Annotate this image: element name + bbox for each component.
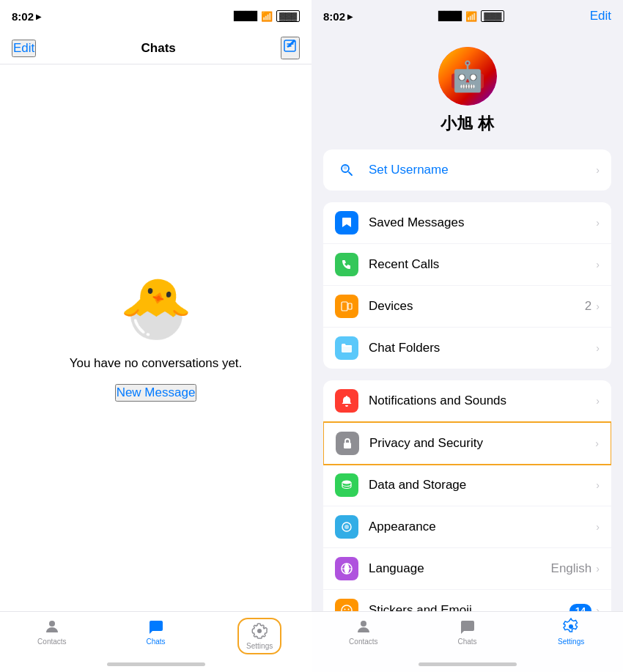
right-contacts-label: Contacts [349, 638, 377, 646]
right-chats-label: Chats [457, 638, 476, 646]
left-chats-label: Chats [146, 638, 165, 646]
data-storage-icon [335, 473, 358, 497]
chat-folders-label: Chat Folders [369, 341, 596, 355]
right-settings-label: Settings [558, 638, 584, 646]
set-username-row[interactable]: Set Username › [323, 149, 611, 191]
data-storage-chevron: › [596, 479, 600, 491]
profile-name: 小旭 林 [440, 113, 493, 135]
compose-icon [282, 38, 298, 54]
appearance-row[interactable]: Appearance › [323, 506, 611, 548]
recent-calls-chevron: › [596, 259, 600, 270]
saved-messages-chevron: › [596, 217, 600, 229]
left-tab-contacts[interactable]: Contacts [30, 618, 74, 646]
left-signal-icon: ▉▉▉▉ [234, 11, 257, 21]
appearance-chevron: › [596, 521, 600, 533]
right-tab-chats[interactable]: Chats [445, 618, 489, 646]
recent-calls-row[interactable]: Recent Calls › [323, 244, 611, 286]
left-tab-chats[interactable]: Chats [133, 618, 177, 646]
left-status-icons: ▉▉▉▉ 📶 ▓▓▓ [234, 10, 300, 22]
username-chevron: › [596, 164, 600, 176]
svg-point-16 [361, 621, 366, 627]
svg-point-1 [49, 621, 55, 627]
right-signal-icon: ▉▉▉▉ [438, 11, 462, 21]
data-storage-row[interactable]: Data and Storage › [323, 465, 611, 506]
language-chevron: › [596, 563, 600, 575]
bookmark-icon [340, 216, 353, 229]
right-tab-settings[interactable]: Settings [549, 618, 593, 646]
privacy-security-row[interactable]: Privacy and Security › [323, 421, 611, 465]
emoji-icon [340, 604, 353, 611]
svg-point-4 [344, 166, 347, 170]
empty-state: 🐣 You have no conversations yet. New Mes… [0, 64, 312, 611]
stickers-badge: 14 [569, 604, 591, 612]
devices-row[interactable]: Devices 2 › [323, 286, 611, 328]
svg-point-15 [348, 609, 350, 610]
notifications-row[interactable]: Notifications and Sounds › [323, 380, 611, 422]
left-battery-icon: ▓▓▓ [276, 10, 300, 22]
language-row[interactable]: Language English › [323, 548, 611, 590]
svg-point-14 [344, 609, 346, 610]
devices-label: Devices [369, 299, 585, 314]
chat-folders-chevron: › [596, 342, 600, 354]
settings-content: Set Username › Saved Messages › [312, 149, 623, 611]
right-contacts-icon [355, 618, 372, 635]
new-message-button[interactable]: New Message [115, 384, 197, 402]
left-nav-bar: Edit Chats [0, 32, 312, 64]
settings-icon-left [251, 622, 268, 640]
avatar-image: 🤖 [438, 47, 497, 106]
chat-folders-icon [335, 336, 358, 360]
svg-rect-8 [344, 443, 351, 448]
language-icon [335, 557, 358, 580]
compose-button[interactable] [281, 37, 300, 59]
right-tab-contacts[interactable]: Contacts [342, 618, 386, 646]
left-wifi-icon: 📶 [261, 11, 273, 22]
lock-icon [341, 437, 354, 450]
privacy-icon [336, 432, 359, 455]
devices-chevron: › [596, 300, 600, 312]
appearance-paint-icon [340, 520, 353, 533]
settings-group-main: Saved Messages › Recent Calls › [323, 202, 611, 369]
bell-icon [340, 394, 353, 407]
recent-calls-icon [335, 253, 358, 276]
right-edit-button[interactable]: Edit [590, 9, 611, 23]
stickers-chevron: › [596, 605, 600, 611]
right-settings-icon [562, 618, 580, 635]
globe-icon [340, 562, 353, 575]
notifications-label: Notifications and Sounds [369, 394, 596, 408]
left-time: 8:02 [12, 10, 34, 23]
search-person-icon [339, 162, 355, 178]
left-contacts-label: Contacts [37, 638, 66, 646]
left-edit-button[interactable]: Edit [12, 40, 36, 57]
chat-folders-row[interactable]: Chat Folders › [323, 328, 611, 369]
stickers-row[interactable]: Stickers and Emoji 14 › [323, 590, 611, 611]
privacy-chevron: › [595, 437, 599, 449]
svg-point-13 [342, 605, 352, 611]
contacts-icon [43, 618, 61, 635]
empty-message: You have no conversations yet. [70, 355, 243, 372]
svg-point-17 [569, 624, 573, 629]
username-icon [335, 158, 358, 182]
settings-group-second: Notifications and Sounds › Privacy and S… [323, 380, 611, 611]
chats-icon-active [147, 618, 164, 635]
phone-icon [340, 258, 353, 271]
right-status-bar: 8:02 ▶ ▉▉▉▉ 📶 ▓▓▓ Edit [312, 0, 623, 32]
set-username-label: Set Username [369, 163, 596, 177]
saved-messages-row[interactable]: Saved Messages › [323, 202, 611, 244]
stickers-icon [335, 599, 358, 611]
data-storage-label: Data and Storage [369, 478, 596, 492]
stickers-label: Stickers and Emoji [369, 603, 569, 611]
profile-section: 🤖 小旭 林 [312, 32, 623, 149]
right-time: 8:02 [323, 10, 345, 23]
recent-calls-label: Recent Calls [369, 257, 596, 272]
privacy-security-label: Privacy and Security [369, 436, 595, 451]
left-tab-settings[interactable]: Settings [237, 618, 281, 654]
saved-messages-label: Saved Messages [369, 215, 596, 230]
left-nav-title: Chats [141, 41, 176, 56]
svg-rect-6 [348, 303, 352, 309]
tablet-phone-icon [340, 300, 353, 313]
left-home-indicator [107, 662, 205, 666]
svg-point-2 [257, 629, 262, 633]
svg-point-11 [344, 525, 349, 529]
appearance-icon [335, 515, 358, 539]
saved-messages-icon [335, 211, 358, 235]
